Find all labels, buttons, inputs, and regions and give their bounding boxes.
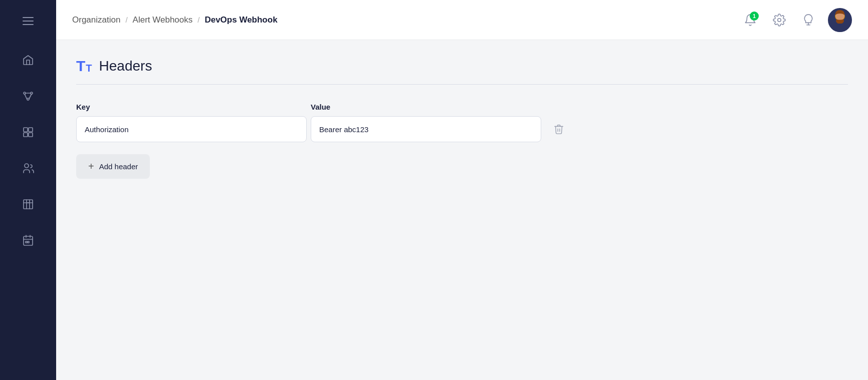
svg-point-7 bbox=[25, 164, 29, 168]
breadcrumb-org[interactable]: Organization bbox=[72, 15, 120, 25]
breadcrumb: Organization / Alert Webhooks / DevOps W… bbox=[72, 15, 278, 25]
svg-rect-3 bbox=[24, 128, 28, 132]
key-input[interactable] bbox=[76, 116, 307, 142]
page-content: TT Headers Key Value bbox=[56, 40, 868, 380]
headers-column-labels: Key Value bbox=[76, 103, 848, 111]
sidebar-item-building[interactable] bbox=[14, 190, 42, 218]
svg-rect-8 bbox=[24, 200, 33, 209]
svg-rect-13 bbox=[26, 241, 27, 243]
sidebar bbox=[0, 0, 56, 380]
sidebar-item-routes[interactable] bbox=[14, 82, 42, 110]
headers-section-icon: TT bbox=[76, 59, 92, 74]
svg-rect-9 bbox=[24, 236, 33, 245]
svg-rect-4 bbox=[29, 128, 33, 132]
menu-toggle-button[interactable] bbox=[17, 10, 39, 32]
topbar-actions: 1 bbox=[741, 8, 852, 32]
headers-form: Key Value + bbox=[76, 103, 848, 179]
notification-count: 1 bbox=[750, 12, 759, 21]
topbar: Organization / Alert Webhooks / DevOps W… bbox=[56, 0, 868, 40]
breadcrumb-sep-1: / bbox=[125, 16, 127, 24]
add-header-button[interactable]: + Add header bbox=[76, 154, 150, 179]
header-row bbox=[76, 116, 848, 142]
sidebar-item-dashboard[interactable] bbox=[14, 118, 42, 146]
plus-icon: + bbox=[88, 161, 94, 172]
add-header-label: Add header bbox=[99, 162, 138, 171]
lightbulb-icon bbox=[802, 14, 815, 27]
sidebar-item-home[interactable] bbox=[14, 46, 42, 74]
breadcrumb-sep-2: / bbox=[197, 16, 199, 24]
svg-point-15 bbox=[778, 18, 781, 22]
sidebar-item-users[interactable] bbox=[14, 154, 42, 182]
lightbulb-button[interactable] bbox=[799, 11, 818, 30]
svg-rect-14 bbox=[28, 241, 29, 243]
gear-icon bbox=[773, 14, 786, 27]
user-avatar[interactable] bbox=[828, 8, 852, 32]
value-input[interactable] bbox=[311, 116, 541, 142]
svg-rect-6 bbox=[29, 133, 33, 137]
value-column-label: Value bbox=[311, 103, 541, 111]
breadcrumb-webhooks[interactable]: Alert Webhooks bbox=[133, 15, 193, 25]
svg-rect-5 bbox=[24, 133, 28, 137]
main-content: Organization / Alert Webhooks / DevOps W… bbox=[56, 0, 868, 380]
key-column-label: Key bbox=[76, 103, 307, 111]
trash-icon bbox=[553, 124, 564, 135]
sidebar-item-calendar[interactable] bbox=[14, 226, 42, 254]
breadcrumb-current: DevOps Webhook bbox=[204, 15, 277, 25]
notifications-button[interactable]: 1 bbox=[741, 11, 760, 30]
page-title: Headers bbox=[99, 58, 152, 74]
settings-button[interactable] bbox=[770, 11, 789, 30]
avatar-image bbox=[828, 8, 852, 32]
delete-header-button[interactable] bbox=[549, 120, 568, 139]
section-header: TT Headers bbox=[76, 58, 848, 85]
